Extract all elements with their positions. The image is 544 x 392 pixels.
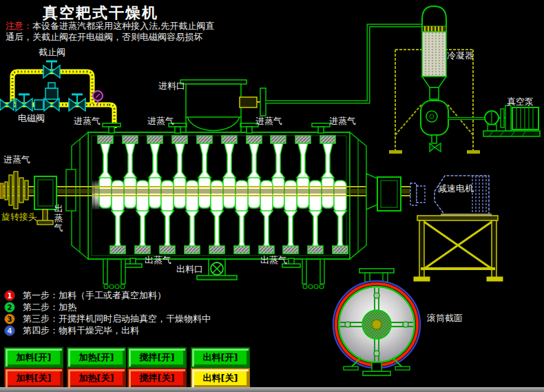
stop-valve-right [69,94,85,111]
label-steam-in-1: 进蒸气 [74,116,101,126]
stop-valve-top [43,61,60,78]
label-steam-in-4: 进蒸气 [329,116,356,126]
step-badge-2: 2 [4,302,15,313]
label-steam-in-shaft: 进蒸气 [3,155,30,165]
label-steam-out-left: 出蒸气 [145,256,171,265]
label-solenoid-valve: 电磁阀 [18,114,45,123]
label-feed-inlet: 进料口 [158,81,185,91]
step-text-2: 第二步：加热 [23,301,76,313]
step-row-3: 3 第三步：开搅拌机同时启动抽真空，干燥物料中 [4,313,211,324]
label-steam-out-shaft: 出蒸气 [54,204,63,233]
step-badge-3: 3 [4,313,15,324]
feed-on-button[interactable]: 加料[开] [4,347,63,368]
label-steam-out-right: 出蒸气 [260,256,287,265]
step-badge-1: 1 [4,290,15,301]
step-text-1: 第一步：加料（手工或者真空加料） [23,289,166,302]
label-steam-in-2: 进蒸气 [147,116,174,126]
discharge-on-button[interactable]: 出料[开] [191,347,250,368]
warning-line-2: 通后，关截止阀在开电磁阀，否则电磁阀容易损坏 [6,32,214,43]
gear-motor [410,176,492,217]
solenoid-valve [34,83,59,111]
vapor-outlet-valve [240,88,266,116]
feed-hopper [180,80,247,132]
stop-valve-left [16,94,32,111]
stir-off-button[interactable]: 搅拌[关] [127,368,187,389]
stir-on-button[interactable]: 搅拌[开] [127,347,187,368]
warning-prefix: 注意： [6,21,32,31]
label-rotary-joint: 旋转接头 [1,212,37,222]
label-condenser: 冷凝器 [447,51,474,61]
discharge-off-button[interactable]: 出料[关] [191,368,250,389]
feed-off-button[interactable]: 加料[关] [4,368,63,389]
step-row-1: 1 第一步：加料（手工或者真空加料） [4,290,166,301]
step-text-3: 第三步：开搅拌机同时启动抽真空，干燥物料中 [23,313,211,325]
vapor-pipe [266,25,421,102]
heat-off-button[interactable]: 加热[关] [67,368,126,389]
right-bearing-block [366,174,401,211]
warning-line-1: 注意：本设备进蒸汽都采用这种接入法,先开截止阀直 [6,21,214,32]
label-discharge-port: 出料口 [176,265,203,274]
label-steam-in-3: 进蒸气 [255,116,282,126]
drum-cross-section [333,269,420,375]
label-gear-motor: 减速电机 [438,184,474,194]
step-row-2: 2 第二步：加热 [4,302,76,313]
warning-text: 注意：本设备进蒸汽都采用这种接入法,先开截止阀直 通后，关截止阀在开电磁阀，否则… [6,21,214,43]
step-badge-4: 4 [4,325,15,336]
label-vacuum-pump: 真空泵 [507,97,534,107]
step-text-4: 第四步：物料干燥完毕，出料 [23,324,139,337]
heat-on-button[interactable]: 加热[开] [67,347,126,368]
window-bottom-edge [0,387,544,392]
label-drum-section: 滚筒截面 [427,313,463,323]
hmi-screen: 真空耙式干燥机 注意：本设备进蒸汽都采用这种接入法,先开截止阀直 通后，关截止阀… [0,0,544,392]
label-stop-valve: 截止阀 [39,48,65,57]
condenser [389,6,480,154]
step-row-4: 4 第四步：物料干燥完毕，出料 [4,325,139,336]
motor-stand [414,216,503,281]
